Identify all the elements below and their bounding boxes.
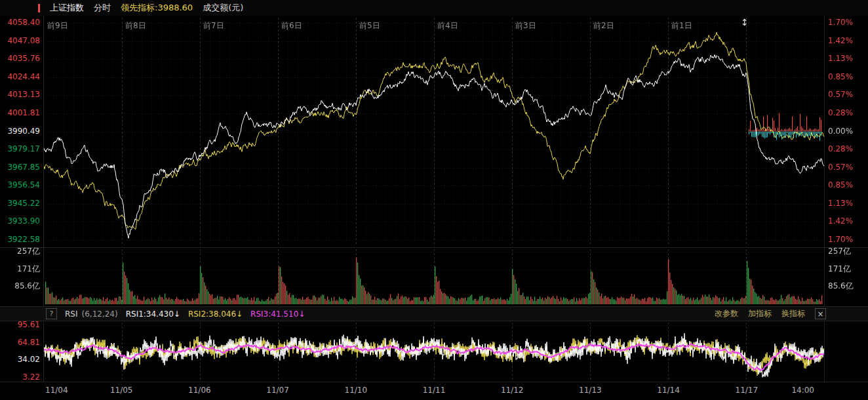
indicator-params: (6,12,24): [82, 310, 118, 319]
volume-plot[interactable]: [43, 248, 825, 306]
close-indicator-icon[interactable]: ×: [815, 308, 826, 319]
price-axis-label: 4058.40: [7, 18, 40, 27]
main-chart-plot[interactable]: 前9日前8日前7日前6日前5日前4日前3日前2日前1日 ↕: [43, 16, 825, 247]
volume-axis-label: 85.6亿: [828, 282, 854, 290]
rsi-canvas[interactable]: [44, 321, 824, 382]
time-axis-label: 11/05: [110, 386, 133, 395]
price-axis-label: 4047.08: [7, 37, 40, 45]
time-axis-label: 11/14: [657, 386, 680, 395]
time-axis-label: 11/07: [266, 386, 289, 395]
volume-panel: 257亿171亿85.6亿 257亿171亿85.6亿: [0, 248, 868, 307]
switch-indicator-button[interactable]: 换指标: [781, 308, 805, 319]
pct-axis-label: 0.00%: [828, 127, 853, 136]
pct-axis-label: 1.70%: [828, 18, 853, 27]
rsi-plot[interactable]: [43, 321, 825, 382]
price-axis-label: 4024.44: [7, 73, 40, 81]
stock-chart-app: 上证指数 分时 领先指标:3988.60 成交额(元) 4058.404047.…: [0, 0, 868, 400]
price-axis-label: 3979.17: [7, 145, 40, 153]
axis-scale-drag-icon[interactable]: ↕: [741, 17, 749, 28]
time-axis: 11/0411/0511/0611/0711/1011/1111/1211/13…: [0, 382, 868, 399]
volume-axis-left: 257亿171亿85.6亿: [0, 248, 43, 306]
volume-axis-label: 171亿: [828, 265, 851, 273]
rsi-axis-right: [825, 321, 868, 382]
time-axis-label: 11/12: [501, 386, 524, 395]
rsi2-value: RSI2:38.046↓: [188, 310, 243, 319]
add-indicator-button[interactable]: 加指标: [748, 308, 772, 319]
rsi3-value: RSI3:41.510↓: [250, 310, 305, 319]
price-axis-label: 3922.58: [7, 235, 40, 244]
rsi-axis-label: 64.81: [18, 338, 40, 347]
pct-axis-label: 1.70%: [828, 235, 853, 244]
pct-axis-label: 1.42%: [828, 217, 853, 226]
rsi-panel: 95.6164.8134.023.22: [0, 321, 868, 382]
pct-axis-label: 0.85%: [828, 73, 853, 81]
rsi-axis-label: 3.22: [22, 373, 40, 382]
pct-axis-label: 1.42%: [828, 37, 853, 45]
price-axis-label: 4035.76: [7, 54, 40, 63]
pct-axis-right: 1.70%1.42%1.13%0.85%0.57%0.28%0.00%0.28%…: [825, 16, 868, 247]
rsi-toolbar: ? RSI (6,12,24) RSI1:34.430↓ RSI2:38.046…: [0, 307, 868, 321]
volume-canvas[interactable]: [44, 248, 824, 306]
time-axis-label: 11/11: [423, 386, 446, 395]
main-chart-canvas[interactable]: [44, 16, 824, 247]
pct-axis-label: 1.13%: [828, 54, 853, 63]
turnover-unit-label: 成交额(元): [203, 2, 243, 14]
price-axis-label: 4001.81: [7, 109, 40, 117]
price-axis-label: 3990.49: [7, 127, 40, 136]
pct-axis-label: 0.57%: [828, 163, 853, 172]
time-axis-right-pad: [825, 382, 868, 399]
price-axis-left: 4058.404047.084035.764024.444013.134001.…: [0, 16, 43, 247]
time-axis-label: 11/06: [188, 386, 211, 395]
time-axis-label: 11/10: [345, 386, 368, 395]
indicator-name[interactable]: RSI: [65, 310, 78, 319]
time-axis-left-pad: [0, 382, 43, 399]
volume-axis-label: 85.6亿: [14, 282, 40, 290]
leading-indicator-value: 领先指标:3988.60: [121, 2, 193, 14]
index-name: 上证指数: [50, 2, 84, 14]
rsi-axis-label: 34.02: [18, 355, 40, 364]
indicator-actions: 改参数 加指标 换指标 ×: [715, 308, 826, 319]
pct-axis-label: 0.28%: [828, 145, 853, 153]
price-axis-label: 3956.54: [7, 181, 40, 190]
rsi-axis-left: 95.6164.8134.023.22: [0, 321, 43, 382]
pct-axis-label: 0.57%: [828, 90, 853, 99]
volume-axis-label: 257亿: [17, 247, 40, 256]
time-axis-label: 11/13: [579, 386, 602, 395]
time-axis-label: 11/17: [736, 386, 759, 395]
time-axis-label: 11/04: [45, 386, 68, 395]
header-accent-bar: [38, 4, 40, 12]
price-axis-label: 3967.85: [7, 163, 40, 172]
volume-axis-label: 257亿: [828, 247, 851, 256]
price-panel: 4058.404047.084035.764024.444013.134001.…: [0, 16, 868, 248]
volume-axis-label: 171亿: [17, 265, 40, 273]
pct-axis-label: 1.13%: [828, 199, 853, 208]
top-header: 上证指数 分时 领先指标:3988.60 成交额(元): [0, 0, 868, 16]
price-axis-label: 4013.13: [7, 90, 40, 99]
price-axis-label: 3933.90: [7, 217, 40, 226]
volume-axis-right: 257亿171亿85.6亿: [825, 248, 868, 306]
pct-axis-label: 0.85%: [828, 181, 853, 190]
price-axis-label: 3945.22: [7, 199, 40, 208]
modify-params-button[interactable]: 改参数: [715, 308, 738, 319]
tab-minute-chart[interactable]: 分时: [94, 2, 111, 14]
help-icon[interactable]: ?: [46, 308, 57, 319]
rsi1-value: RSI1:34.430↓: [126, 310, 180, 319]
rsi-axis-label: 95.61: [18, 321, 40, 329]
time-axis-label: 14:00: [791, 386, 814, 395]
pct-axis-label: 0.28%: [828, 109, 853, 117]
time-axis-labels: 11/0411/0511/0611/0711/1011/1111/1211/13…: [43, 382, 825, 399]
